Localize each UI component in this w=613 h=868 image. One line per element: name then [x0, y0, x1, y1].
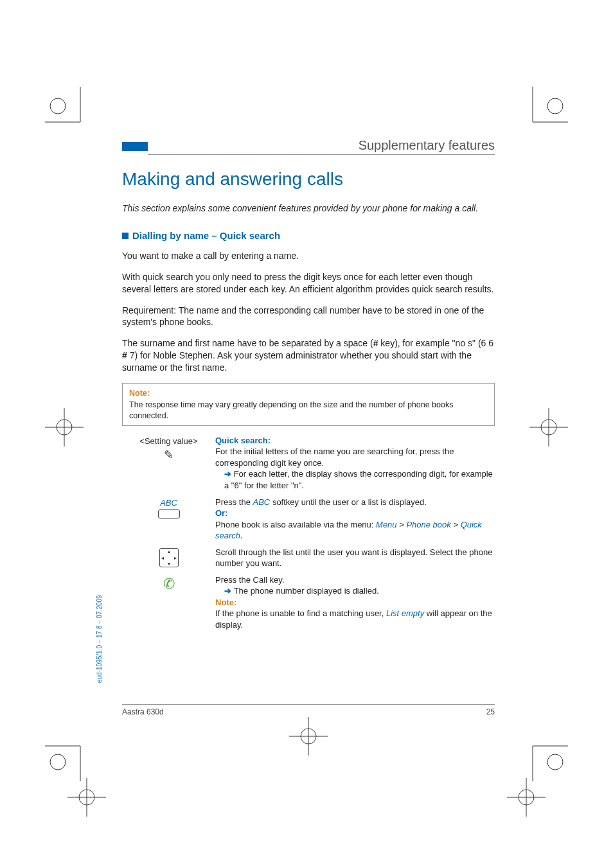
step-text: Scroll through the list until the user y… [215, 547, 492, 569]
page-footer: Aastra 630d 25 [122, 704, 495, 716]
instruction-step: ◂▸ Scroll through the list until the use… [122, 547, 495, 569]
bullet-icon [122, 233, 129, 239]
svg-point-5 [547, 98, 563, 114]
paragraph: You want to make a call by entering a na… [122, 250, 495, 262]
registration-mark-icon [529, 408, 568, 447]
product-model: Aastra 630d [122, 707, 164, 716]
crop-mark-icon [45, 723, 103, 781]
registration-mark-icon [289, 717, 328, 756]
list-empty-ref: List empty [386, 608, 424, 618]
page-header: Supplementary features [122, 138, 495, 155]
svg-point-8 [50, 754, 66, 770]
intro-text: This section explains some convenient fe… [122, 202, 495, 215]
instruction-step: ✆ Press the Call key. ➔ The phone number… [122, 574, 495, 631]
abc-softkey-ref: ABC [253, 497, 271, 507]
softkey-icon [158, 509, 180, 518]
registration-mark-icon [67, 778, 106, 817]
call-key-icon: ✆ [163, 576, 175, 592]
crop-mark-icon [510, 723, 568, 781]
note-box: Note: The response time may vary greatly… [122, 383, 495, 426]
subheading: Dialling by name – Quick search [122, 230, 495, 241]
page-number: 25 [486, 707, 495, 716]
arrow-icon: ➔ [224, 469, 234, 479]
abc-softkey-label: ABC [122, 498, 215, 508]
step-text: For each letter, the display shows the c… [224, 469, 493, 490]
subheading-text: Dialling by name – Quick search [132, 230, 280, 241]
crop-mark-icon [510, 87, 568, 145]
pen-icon: ✎ [164, 448, 173, 462]
step-text: Press the Call key. [215, 575, 284, 585]
menu-path: Menu [376, 520, 397, 529]
paragraph: With quick search you only need to press… [122, 271, 495, 296]
menu-path: Phone book [406, 520, 450, 529]
note-text: The response time may vary greatly depen… [129, 400, 453, 420]
document-id: eud-1095/1.0 – 17.8 – 07.2009 [96, 595, 103, 683]
navigation-key-icon: ◂▸ [159, 548, 179, 567]
svg-point-11 [547, 754, 563, 770]
paragraph: The surname and first name have to be se… [122, 337, 495, 374]
arrow-icon: ➔ [224, 586, 234, 596]
registration-mark-icon [45, 408, 84, 447]
registration-mark-icon [507, 778, 546, 817]
step-heading: Quick search: [215, 436, 271, 445]
note-label: Note: [215, 598, 236, 607]
setting-value-label: <Setting value> [139, 436, 197, 446]
page-title: Making and answering calls [122, 169, 495, 190]
svg-point-2 [50, 98, 66, 114]
or-label: Or: [215, 508, 228, 518]
section-title: Supplementary features [148, 138, 495, 155]
step-text: The phone number displayed is dialled. [234, 586, 379, 596]
crop-mark-icon [45, 87, 103, 145]
paragraph: Requirement: The name and the correspond… [122, 305, 495, 329]
instruction-step: <Setting value> ✎ Quick search: For the … [122, 435, 495, 492]
step-text: For the initial letters of the name you … [215, 447, 454, 468]
note-label: Note: [129, 388, 488, 398]
header-bar-icon [122, 142, 148, 151]
instruction-step: ABC Press the ABC softkey until the user… [122, 497, 495, 542]
